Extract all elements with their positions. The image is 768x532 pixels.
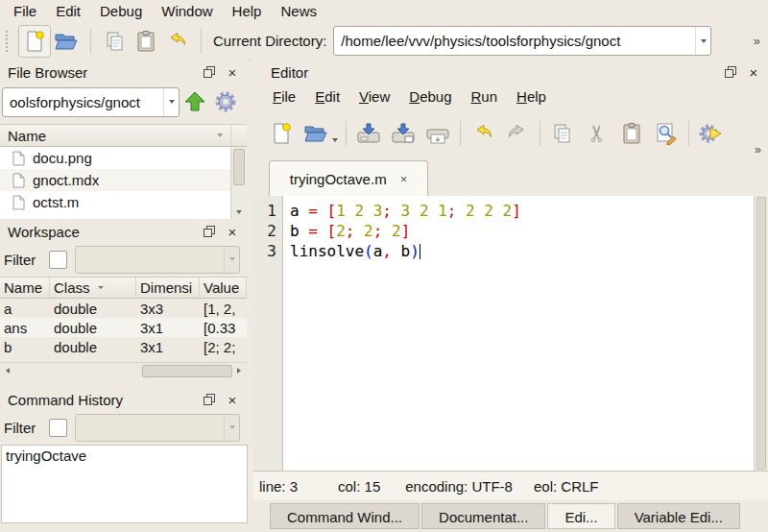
name-column-header[interactable]: Name xyxy=(0,124,230,147)
new-script-button[interactable] xyxy=(18,25,51,58)
filter-combobox[interactable] xyxy=(75,246,240,274)
browse-directory-value: oolsforphysics/gnoct xyxy=(3,94,163,110)
editor-header: Editor × xyxy=(253,60,768,85)
open-file-button[interactable] xyxy=(51,26,82,57)
scrollbar-slider[interactable] xyxy=(233,149,245,185)
close-panel-button[interactable]: × xyxy=(226,225,239,238)
undock-button[interactable] xyxy=(724,65,737,79)
browser-actions-button[interactable] xyxy=(210,86,241,117)
menu-window[interactable]: Window xyxy=(152,1,222,21)
redo-button[interactable] xyxy=(501,116,534,151)
run-script-button[interactable] xyxy=(695,116,728,151)
undock-button[interactable] xyxy=(203,393,216,406)
undo-icon xyxy=(471,122,494,145)
workspace-table-header: NameClassDimensiValue xyxy=(0,277,247,299)
editor-menu-debug[interactable]: Debug xyxy=(399,86,461,107)
file-list-scrollbar[interactable] xyxy=(230,147,247,219)
scroll-left-arrow[interactable] xyxy=(0,363,15,378)
new-script-button[interactable] xyxy=(265,116,298,151)
file-row[interactable]: gnoct.mdx xyxy=(0,169,230,191)
chevron-down-icon[interactable] xyxy=(695,27,710,55)
scrollbar-slider[interactable] xyxy=(142,365,232,377)
browse-directory-combobox[interactable]: oolsforphysics/gnoct xyxy=(2,87,180,117)
code-token: , xyxy=(382,242,400,260)
workspace-column-header[interactable]: Dimensi xyxy=(136,277,200,299)
editor-menu-help[interactable]: Help xyxy=(507,86,556,107)
chevron-down-icon[interactable] xyxy=(332,138,338,142)
editor-menu-file[interactable]: File xyxy=(263,86,305,107)
editor-menu-run[interactable]: Run xyxy=(462,86,508,107)
directory-up-button[interactable] xyxy=(180,86,210,117)
close-tab-icon[interactable]: × xyxy=(400,172,408,186)
dock-tab-2[interactable]: Documentat... xyxy=(421,503,545,529)
toolbar-overflow-chevron[interactable]: » xyxy=(755,142,761,157)
file-row[interactable]: docu.png xyxy=(0,147,230,169)
undock-button[interactable] xyxy=(203,225,216,238)
code-text[interactable]: a = [1 2 3; 3 2 1; 2 2 2]b = [2; 2; 2]li… xyxy=(283,196,754,471)
filter-checkbox[interactable] xyxy=(49,419,67,437)
menu-edit[interactable]: Edit xyxy=(46,1,90,21)
dock-tab-3[interactable]: Edi... xyxy=(547,503,614,529)
workspace-table-body: adouble3x3[1, 2,ansdouble3x1[0.33bdouble… xyxy=(0,299,247,356)
close-panel-button[interactable]: × xyxy=(747,65,760,79)
chevron-down-icon[interactable] xyxy=(163,88,179,116)
scroll-down-arrow[interactable] xyxy=(231,206,247,219)
cut-button[interactable]: ✂ xyxy=(581,116,613,151)
workspace-cell: a xyxy=(0,301,50,317)
editor-tab[interactable]: tryingOctave.m × xyxy=(269,160,428,196)
workspace-horizontal-scrollbar[interactable] xyxy=(0,362,247,378)
toolbar-drag-handle[interactable] xyxy=(6,31,12,52)
print-button[interactable] xyxy=(421,116,454,151)
scrollbar-slider[interactable] xyxy=(756,197,766,470)
clipboard-icon xyxy=(134,30,157,53)
workspace-column-header[interactable]: Class xyxy=(50,277,136,299)
workspace-cell: 3x1 xyxy=(136,320,200,336)
command-history-panel: Command History × Filter tryingOctave xyxy=(0,387,247,532)
open-file-button[interactable] xyxy=(300,116,332,151)
undo-button[interactable] xyxy=(467,116,499,151)
scrollbar-corner xyxy=(230,124,247,147)
line-number: 2 xyxy=(253,221,282,241)
editor-scrollbar[interactable] xyxy=(754,196,768,471)
file-icon xyxy=(12,195,25,210)
history-item[interactable]: tryingOctave xyxy=(2,446,247,466)
code-token: ; xyxy=(447,202,466,220)
filter-checkbox[interactable] xyxy=(49,251,67,269)
filter-combobox[interactable] xyxy=(75,414,240,442)
code-token: b xyxy=(290,222,300,240)
workspace-row[interactable]: ansdouble3x1[0.33 xyxy=(0,318,247,337)
undock-button[interactable] xyxy=(203,65,216,79)
up-arrow-icon xyxy=(183,90,206,113)
code-token: 1 2 3 xyxy=(336,202,382,220)
dock-tab-4[interactable]: Variable Edi... xyxy=(617,503,740,529)
save-file-button[interactable] xyxy=(352,116,385,151)
dock-tab-1[interactable]: Command Wind... xyxy=(270,503,420,529)
copy-button[interactable] xyxy=(100,26,131,57)
toolbar-overflow-chevron[interactable]: » xyxy=(754,34,760,48)
menu-file[interactable]: File xyxy=(4,1,46,21)
close-panel-button[interactable]: × xyxy=(226,393,239,406)
workspace-cell: double xyxy=(50,320,136,336)
undo-button[interactable] xyxy=(161,26,192,57)
menu-debug[interactable]: Debug xyxy=(90,1,152,21)
workspace-column-header[interactable]: Name xyxy=(0,277,50,299)
editor-menu-edit[interactable]: Edit xyxy=(305,86,349,107)
current-directory-combobox[interactable]: /home/lee/vvv/physics/toolsforphysics/gn… xyxy=(333,26,711,56)
scroll-right-arrow[interactable] xyxy=(231,363,247,378)
code-editor[interactable]: 123 a = [1 2 3; 3 2 1; 2 2 2]b = [2; 2; … xyxy=(253,196,768,471)
workspace-row[interactable]: bdouble3x1[2; 2; xyxy=(0,337,247,356)
menu-news[interactable]: News xyxy=(271,1,326,21)
find-replace-button[interactable] xyxy=(650,116,683,151)
menu-help[interactable]: Help xyxy=(223,1,272,21)
workspace-column-header[interactable]: Value xyxy=(200,277,247,299)
copy-button[interactable] xyxy=(546,116,579,151)
gear-icon xyxy=(213,89,238,114)
paste-button[interactable] xyxy=(131,26,161,57)
workspace-row[interactable]: adouble3x3[1, 2, xyxy=(0,299,247,318)
close-panel-button[interactable]: × xyxy=(226,65,239,79)
undo-icon xyxy=(165,30,188,53)
file-row[interactable]: octst.m xyxy=(0,191,230,213)
save-file-as-button[interactable] xyxy=(387,116,420,151)
paste-button[interactable] xyxy=(615,116,648,151)
editor-menu-view[interactable]: View xyxy=(349,86,399,107)
